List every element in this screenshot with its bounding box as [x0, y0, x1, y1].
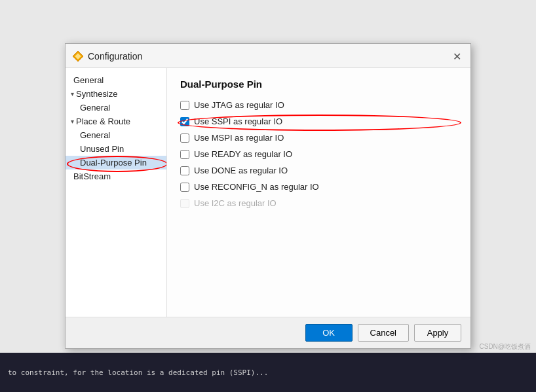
bottom-strip-text: to constraint, for the location is a ded… [8, 368, 268, 377]
title-bar-left: Configuration [72, 50, 142, 62]
cancel-button[interactable]: Cancel [358, 324, 409, 342]
jtag-label[interactable]: Use JTAG as regular IO [194, 100, 284, 110]
option-row-i2c: Use I2C as regular IO [180, 198, 457, 208]
option-row-sspi: Use SSPI as regular IO [180, 116, 457, 126]
sidebar-item-unused-pin[interactable]: Unused Pin [66, 142, 166, 156]
done-label[interactable]: Use DONE as regular IO [194, 166, 288, 175]
synthesize-arrow: ▾ [71, 90, 74, 98]
sidebar: General ▾ Synthesize General ▾ Place & R… [66, 68, 167, 317]
option-row-mspi: Use MSPI as regular IO [180, 133, 457, 143]
watermark: CSDN@吃饭煮酒 [480, 342, 531, 351]
i2c-checkbox [180, 199, 189, 208]
dialog-footer: OK Cancel Apply [66, 317, 470, 348]
reconfig-n-label[interactable]: Use RECONFIG_N as regular IO [194, 182, 319, 192]
dialog-body: General ▾ Synthesize General ▾ Place & R… [66, 68, 470, 317]
reconfig-n-checkbox[interactable] [180, 183, 189, 192]
ok-button[interactable]: OK [305, 324, 353, 342]
apply-button[interactable]: Apply [414, 324, 461, 342]
option-row-ready: Use READY as regular IO [180, 149, 457, 159]
app-icon [72, 50, 84, 62]
bottom-strip: to constraint, for the location is a ded… [0, 353, 536, 392]
ready-label[interactable]: Use READY as regular IO [194, 149, 292, 159]
done-checkbox[interactable] [180, 166, 189, 175]
configuration-dialog: Configuration ✕ General ▾ Synthesize Gen… [65, 43, 471, 349]
place-route-label: Place & Route [76, 116, 130, 126]
mspi-label[interactable]: Use MSPI as regular IO [194, 133, 284, 143]
option-row-jtag: Use JTAG as regular IO [180, 100, 457, 110]
sspi-label[interactable]: Use SSPI as regular IO [194, 116, 282, 126]
i2c-label: Use I2C as regular IO [194, 198, 277, 208]
sidebar-item-synthesize[interactable]: ▾ Synthesize [66, 87, 166, 101]
ready-checkbox[interactable] [180, 150, 189, 159]
dialog-title: Configuration [88, 51, 142, 62]
title-bar: Configuration ✕ [66, 44, 470, 68]
synthesize-label: Synthesize [76, 89, 118, 99]
jtag-checkbox[interactable] [180, 101, 189, 110]
sidebar-item-place-route[interactable]: ▾ Place & Route [66, 115, 166, 128]
close-button[interactable]: ✕ [450, 49, 464, 63]
sidebar-item-place-route-general[interactable]: General [66, 128, 166, 142]
content-title: Dual-Purpose Pin [180, 79, 457, 90]
mspi-checkbox[interactable] [180, 134, 189, 143]
sidebar-item-general[interactable]: General [66, 73, 166, 87]
option-row-reconfig-n: Use RECONFIG_N as regular IO [180, 182, 457, 192]
sidebar-item-bitstream[interactable]: BitStream [66, 169, 166, 183]
place-route-arrow: ▾ [71, 118, 74, 125]
sidebar-item-synthesize-general[interactable]: General [66, 101, 166, 115]
content-area: Dual-Purpose Pin Use JTAG as regular IO … [167, 68, 470, 317]
option-row-done: Use DONE as regular IO [180, 166, 457, 175]
sidebar-item-dual-purpose-pin[interactable]: Dual-Purpose Pin [66, 156, 166, 169]
sspi-checkbox[interactable] [180, 117, 189, 126]
